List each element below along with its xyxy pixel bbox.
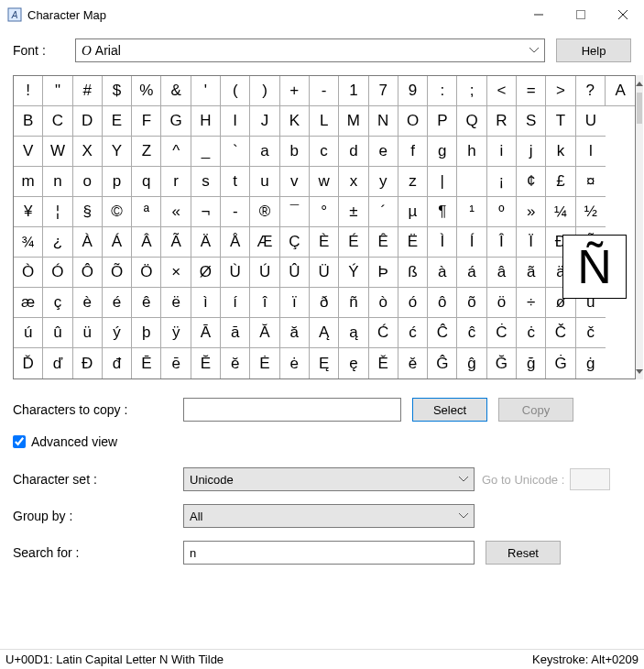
char-cell[interactable]: ü — [73, 318, 103, 348]
char-cell[interactable]: ê — [132, 288, 161, 318]
char-cell[interactable]: ę — [339, 348, 368, 378]
reset-button[interactable]: Reset — [486, 541, 561, 565]
char-cell[interactable]: đ — [103, 348, 132, 378]
char-cell[interactable]: ç — [43, 288, 72, 318]
char-cell[interactable]: é — [103, 288, 132, 318]
char-cell[interactable]: ė — [280, 348, 310, 378]
char-cell[interactable]: o — [73, 167, 103, 197]
char-cell[interactable]: G — [161, 106, 191, 137]
char-cell[interactable]: b — [280, 137, 310, 167]
scroll-track[interactable] — [636, 125, 643, 363]
char-cell[interactable]: ï — [280, 288, 310, 318]
char-cell[interactable]: t — [221, 167, 250, 197]
char-cell[interactable]: ì — [191, 288, 221, 318]
char-cell[interactable]: j — [517, 137, 546, 167]
char-cell[interactable]: ¥ — [14, 197, 43, 227]
char-cell[interactable]: ¿ — [43, 227, 72, 258]
char-cell[interactable]: Đ — [73, 348, 103, 378]
char-cell[interactable]: ¡ — [487, 167, 517, 197]
scroll-down-icon[interactable] — [636, 363, 643, 379]
char-cell[interactable]: ñ — [339, 288, 368, 318]
help-button[interactable]: Help — [556, 38, 631, 62]
char-cell[interactable]: J — [250, 106, 279, 137]
char-cell[interactable]: ò — [369, 288, 398, 318]
char-cell[interactable]: Ē — [132, 348, 161, 378]
char-cell[interactable]: c — [310, 137, 339, 167]
char-cell[interactable] — [457, 167, 486, 197]
char-cell[interactable]: ; — [457, 76, 486, 106]
char-cell[interactable]: ö — [487, 288, 517, 318]
char-cell[interactable]: Ú — [250, 258, 279, 288]
char-cell[interactable]: v — [280, 167, 310, 197]
char-cell[interactable]: ĉ — [457, 318, 486, 348]
char-cell[interactable]: ? — [576, 76, 606, 106]
char-cell[interactable]: ¦ — [43, 197, 72, 227]
char-cell[interactable]: ē — [161, 348, 191, 378]
char-cell[interactable]: Á — [103, 227, 132, 258]
char-cell[interactable]: Ĉ — [428, 318, 457, 348]
char-cell[interactable]: õ — [457, 288, 486, 318]
char-cell[interactable]: O — [398, 106, 428, 137]
char-cell[interactable]: | — [428, 167, 457, 197]
char-cell[interactable]: E — [103, 106, 132, 137]
char-cell[interactable]: Ï — [517, 227, 546, 258]
char-cell[interactable]: º — [487, 197, 517, 227]
maximize-button[interactable] — [560, 0, 602, 29]
char-cell[interactable]: À — [73, 227, 103, 258]
char-cell[interactable]: L — [310, 106, 339, 137]
char-cell[interactable]: ® — [250, 197, 279, 227]
char-cell[interactable]: X — [73, 137, 103, 167]
char-cell[interactable]: ë — [161, 288, 191, 318]
char-cell[interactable]: Ø — [191, 258, 221, 288]
char-cell[interactable]: Ë — [398, 227, 428, 258]
char-cell[interactable]: ă — [280, 318, 310, 348]
char-cell[interactable]: Ó — [43, 258, 72, 288]
char-cell[interactable]: l — [576, 137, 606, 167]
char-cell[interactable]: Ã — [161, 227, 191, 258]
char-cell[interactable]: ď — [43, 348, 72, 378]
char-cell[interactable]: « — [161, 197, 191, 227]
char-cell[interactable]: Æ — [250, 227, 279, 258]
char-cell[interactable]: H — [191, 106, 221, 137]
char-cell[interactable]: û — [43, 318, 72, 348]
close-button[interactable] — [602, 0, 644, 29]
char-cell[interactable]: ! — [14, 76, 43, 106]
char-cell[interactable]: Þ — [369, 258, 398, 288]
char-cell[interactable]: î — [250, 288, 279, 318]
char-cell[interactable]: Û — [280, 258, 310, 288]
char-cell[interactable]: w — [310, 167, 339, 197]
char-cell[interactable]: W — [43, 137, 72, 167]
char-cell[interactable]: ª — [132, 197, 161, 227]
char-cell[interactable]: ° — [310, 197, 339, 227]
char-cell[interactable]: f — [398, 137, 428, 167]
char-cell[interactable]: ß — [398, 258, 428, 288]
char-cell[interactable]: ą — [339, 318, 368, 348]
char-cell[interactable]: Õ — [103, 258, 132, 288]
char-cell[interactable]: i — [487, 137, 517, 167]
char-cell[interactable]: Ă — [250, 318, 279, 348]
char-cell[interactable]: ã — [517, 258, 546, 288]
char-cell[interactable]: n — [43, 167, 72, 197]
char-cell[interactable]: s — [191, 167, 221, 197]
char-cell[interactable]: Ô — [73, 258, 103, 288]
char-cell[interactable]: S — [517, 106, 546, 137]
char-cell[interactable]: $ — [103, 76, 132, 106]
char-cell[interactable]: Ğ — [487, 348, 517, 378]
char-cell[interactable]: U — [576, 106, 606, 137]
char-cell[interactable]: Ĕ — [191, 348, 221, 378]
char-cell[interactable]: ý — [103, 318, 132, 348]
char-cell[interactable]: Ą — [310, 318, 339, 348]
char-cell[interactable]: D — [73, 106, 103, 137]
char-cell[interactable]: Ě — [369, 348, 398, 378]
char-cell[interactable]: ^ — [161, 137, 191, 167]
char-cell[interactable]: h — [457, 137, 486, 167]
char-cell[interactable]: ( — [221, 76, 250, 106]
char-cell[interactable]: ¯ — [280, 197, 310, 227]
char-cell[interactable]: ¹ — [457, 197, 486, 227]
char-cell[interactable]: ` — [221, 137, 250, 167]
char-cell[interactable]: â — [487, 258, 517, 288]
char-cell[interactable]: Ď — [14, 348, 43, 378]
select-button[interactable]: Select — [412, 398, 487, 422]
char-cell[interactable]: Ć — [369, 318, 398, 348]
char-cell[interactable]: 7 — [369, 76, 398, 106]
